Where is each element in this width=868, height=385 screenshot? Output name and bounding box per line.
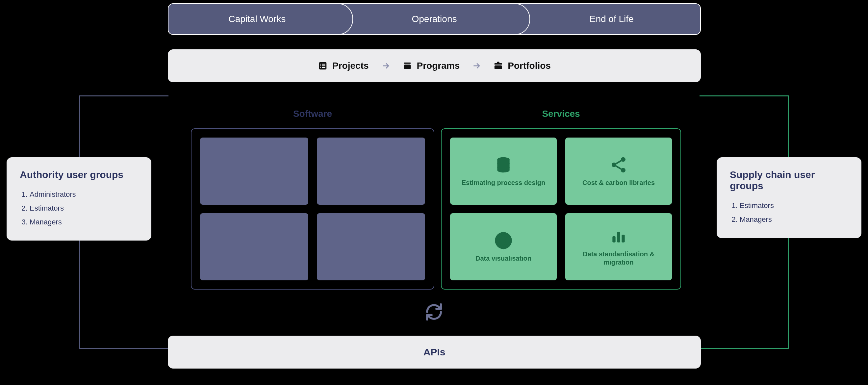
- database-icon: [494, 156, 513, 174]
- stack-icon: [402, 61, 412, 71]
- service-card-estimating: Estimating process design: [450, 137, 557, 205]
- crumb-label: Programs: [417, 61, 460, 71]
- breadcrumb-bar: Projects Programs Portfolios: [168, 50, 701, 82]
- software-card: [317, 137, 425, 205]
- service-card-standardisation: Data standardisation & migration: [565, 213, 672, 280]
- phases-bar: Capital Works Operations End of Life: [168, 3, 701, 35]
- phase-label: Capital Works: [228, 14, 286, 24]
- globe-icon: [494, 231, 513, 250]
- svg-rect-8: [404, 64, 411, 69]
- list-item: Managers: [740, 213, 848, 226]
- service-card-libraries: Cost & carbon libraries: [565, 137, 672, 205]
- software-card: [317, 213, 425, 280]
- svg-rect-17: [622, 235, 624, 242]
- card-label: Cost & carbon libraries: [582, 179, 655, 187]
- diagram-root: Capital Works Operations End of Life Pro…: [0, 0, 868, 385]
- svg-rect-4: [322, 65, 326, 66]
- apis-label: APIs: [424, 347, 445, 358]
- list-item: Administrators: [30, 188, 138, 201]
- svg-rect-1: [320, 64, 321, 65]
- crumb-programs: Programs: [402, 61, 460, 71]
- software-card: [200, 137, 308, 205]
- svg-rect-7: [404, 63, 411, 64]
- software-box: [191, 128, 434, 290]
- arrow-right-icon: [381, 61, 391, 71]
- phase-capital-works: Capital Works: [168, 4, 346, 34]
- svg-rect-3: [320, 65, 321, 66]
- card-label: Data standardisation & migration: [571, 250, 666, 266]
- software-card: [200, 213, 308, 280]
- crumb-portfolios: Portfolios: [493, 61, 551, 71]
- svg-rect-9: [495, 65, 502, 69]
- panel-list: Administrators Estimators Managers: [20, 188, 138, 229]
- list-icon: [318, 61, 328, 71]
- share-icon: [609, 156, 628, 174]
- arrow-right-icon: [471, 61, 482, 71]
- service-card-visualisation: Data visualisation: [450, 213, 557, 280]
- phase-end-of-life: End of Life: [523, 4, 700, 34]
- briefcase-icon: [493, 61, 503, 71]
- list-item: Managers: [30, 215, 138, 229]
- crumb-projects: Projects: [318, 61, 369, 71]
- svg-rect-16: [617, 232, 620, 243]
- panel-title: Supply chain user groups: [730, 169, 848, 192]
- svg-point-11: [621, 157, 625, 162]
- sync-icon: [425, 303, 443, 322]
- phase-label: Operations: [412, 14, 457, 24]
- apis-bar: APIs: [168, 335, 701, 368]
- svg-rect-2: [322, 64, 326, 65]
- phase-operations: Operations: [346, 4, 523, 34]
- crumb-label: Portfolios: [508, 61, 551, 71]
- svg-rect-15: [612, 236, 615, 243]
- svg-rect-5: [320, 67, 321, 68]
- panel-title: Authority user groups: [20, 169, 138, 180]
- card-label: Data visualisation: [475, 254, 531, 263]
- services-title: Services: [441, 108, 681, 119]
- list-item: Estimators: [740, 199, 848, 213]
- phase-label: End of Life: [590, 14, 634, 24]
- services-box: Estimating process design Cost & carbon …: [441, 128, 681, 290]
- bar-chart-icon: [609, 227, 628, 246]
- authority-user-groups-panel: Authority user groups Administrators Est…: [7, 157, 151, 240]
- software-title: Software: [191, 108, 434, 119]
- list-item: Estimators: [30, 201, 138, 215]
- card-label: Estimating process design: [462, 179, 546, 187]
- supply-chain-user-groups-panel: Supply chain user groups Estimators Mana…: [717, 157, 861, 238]
- crumb-label: Projects: [332, 61, 369, 71]
- svg-point-13: [621, 168, 625, 172]
- svg-point-12: [612, 163, 616, 167]
- panel-list: Estimators Managers: [730, 199, 848, 226]
- svg-rect-6: [322, 67, 326, 68]
